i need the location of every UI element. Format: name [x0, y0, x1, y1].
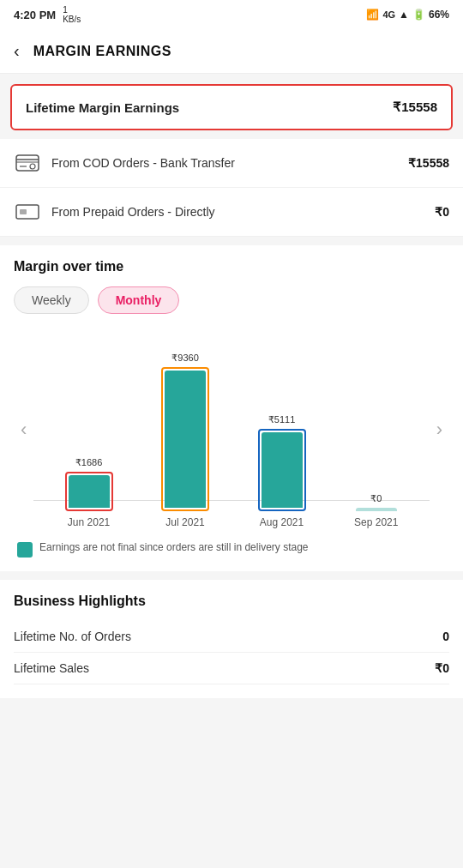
bar-aug-2021: ₹5111 Aug 2021	[258, 331, 306, 528]
bar-jun-2021: ₹1686 Jun 2021	[65, 331, 113, 528]
svg-rect-0	[16, 155, 39, 171]
cod-label: From COD Orders - Bank Transfer	[51, 156, 235, 170]
bar-jun-bar	[69, 475, 110, 508]
bar-jun-highlight	[65, 472, 113, 511]
bar-sep-value: ₹0	[370, 493, 382, 504]
highlight-sales-value: ₹0	[435, 661, 449, 675]
highlight-sales-row: Lifetime Sales ₹0	[14, 653, 449, 684]
battery-percent: 66%	[429, 9, 449, 21]
page-title: MARGIN EARNINGS	[33, 44, 171, 59]
chart-section: Margin over time Weekly Monthly ‹ ₹1686 …	[0, 245, 463, 571]
cod-earnings-row: From COD Orders - Bank Transfer ₹15558	[0, 139, 463, 188]
highlight-orders-value: 0	[442, 630, 449, 643]
bar-aug-highlight	[258, 429, 306, 511]
bar-sep-2021: ₹0 Sep 2021	[354, 331, 398, 528]
prepaid-icon	[14, 202, 41, 222]
earnings-section: From COD Orders - Bank Transfer ₹15558 F…	[0, 139, 463, 237]
highlights-title: Business Highlights	[14, 594, 449, 609]
bar-jul-value: ₹9360	[171, 353, 198, 364]
svg-point-3	[30, 164, 35, 169]
signal-bars-icon: ▲	[399, 9, 409, 21]
cod-icon	[14, 153, 41, 173]
bar-jul-2021: ₹9360 Jul 2021	[161, 331, 209, 528]
highlight-orders-label: Lifetime No. of Orders	[14, 630, 131, 643]
chart-title: Margin over time	[14, 259, 449, 274]
bar-jun-label: Jun 2021	[68, 516, 110, 528]
lifetime-earnings-value: ₹15558	[393, 99, 437, 115]
hotspot-icon: 📶	[366, 9, 379, 21]
bar-jul-bar	[165, 371, 206, 508]
chart-legend: Earnings are not final since orders are …	[14, 540, 449, 558]
status-kb: 1KB/s	[63, 5, 81, 24]
status-icons: 📶 4G ▲ 🔋 66%	[366, 9, 449, 21]
battery-icon: 🔋	[412, 9, 425, 21]
weekly-toggle[interactable]: Weekly	[14, 286, 89, 314]
status-time-area: 4:20 PM 1KB/s	[14, 5, 81, 24]
monthly-toggle[interactable]: Monthly	[98, 286, 180, 314]
status-time: 4:20 PM	[14, 9, 56, 21]
bar-aug-label: Aug 2021	[260, 516, 304, 528]
highlights-section: Business Highlights Lifetime No. of Orde…	[0, 580, 463, 698]
bar-aug-value: ₹5111	[268, 414, 295, 425]
chart-prev-arrow[interactable]: ‹	[14, 419, 33, 441]
bar-jun-value: ₹1686	[75, 457, 102, 468]
legend-icon	[17, 542, 33, 558]
chart-wrapper: ‹ ₹1686 Jun 2021 ₹9360 Jul 2021	[14, 331, 449, 528]
bar-jul-highlight	[161, 367, 209, 511]
header: ‹ MARGIN EARNINGS	[0, 29, 463, 74]
back-button[interactable]: ‹	[14, 41, 20, 61]
bar-sep-highlight	[356, 508, 397, 511]
svg-rect-5	[16, 205, 39, 219]
bar-sep-bar	[356, 508, 397, 511]
bar-aug-bar	[262, 432, 303, 508]
legend-text: Earnings are not final since orders are …	[39, 540, 309, 555]
chart-area: ₹1686 Jun 2021 ₹9360 Jul 2021 ₹5111	[33, 331, 429, 528]
highlight-orders-row: Lifetime No. of Orders 0	[14, 621, 449, 653]
lifetime-earnings-card: Lifetime Margin Earnings ₹15558	[10, 84, 453, 130]
prepaid-value: ₹0	[435, 205, 449, 219]
cod-value: ₹15558	[408, 156, 449, 170]
status-bar: 4:20 PM 1KB/s 📶 4G ▲ 🔋 66%	[0, 0, 463, 29]
lifetime-earnings-label: Lifetime Margin Earnings	[26, 100, 179, 115]
highlight-sales-label: Lifetime Sales	[14, 661, 89, 675]
chart-next-arrow[interactable]: ›	[430, 419, 449, 441]
bar-sep-label: Sep 2021	[354, 516, 398, 528]
toggle-buttons: Weekly Monthly	[14, 286, 449, 314]
prepaid-earnings-row: From Prepaid Orders - Directly ₹0	[0, 188, 463, 237]
prepaid-label: From Prepaid Orders - Directly	[51, 205, 215, 219]
network-icon: 4G	[382, 9, 395, 20]
bar-jul-label: Jul 2021	[165, 516, 204, 528]
svg-rect-6	[20, 209, 27, 214]
